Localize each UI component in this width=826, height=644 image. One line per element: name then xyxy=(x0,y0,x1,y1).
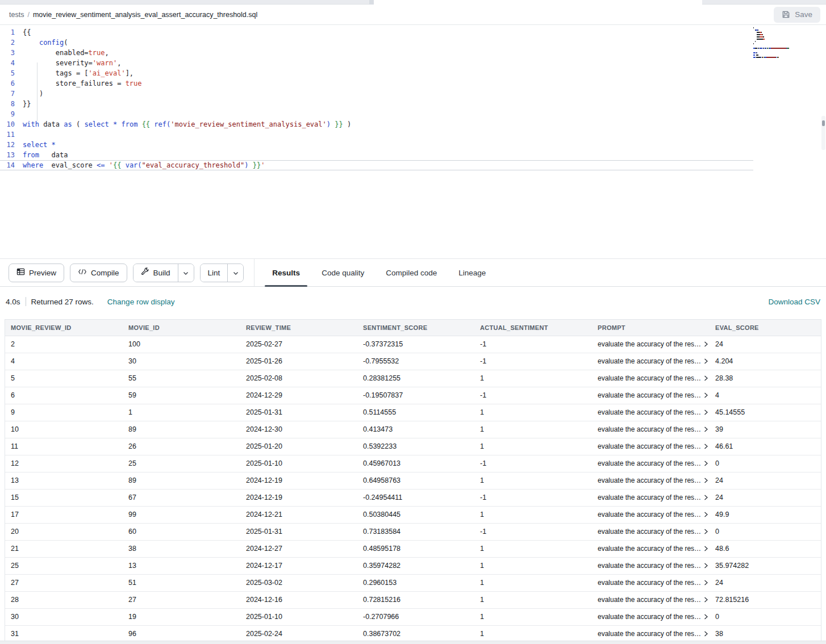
expand-cell-button[interactable] xyxy=(704,426,708,432)
expand-cell-button[interactable] xyxy=(704,444,708,449)
code-brackets-icon xyxy=(78,268,87,277)
code-line[interactable]: 11 xyxy=(0,129,753,140)
table-cell: 1 xyxy=(474,625,592,641)
column-header: SENTIMENT_SCORE xyxy=(357,320,474,336)
expand-cell-button[interactable] xyxy=(704,563,708,568)
window-tab-segment[interactable] xyxy=(702,0,826,5)
code-lines: 1{{2 config(3 enabled=true,4 severity='w… xyxy=(0,27,753,170)
column-header: EVAL_SCORE xyxy=(710,320,821,336)
code-line[interactable]: 5 tags = ['ai_eval'], xyxy=(0,68,753,78)
expand-cell-button[interactable] xyxy=(704,529,708,534)
save-button[interactable]: Save xyxy=(774,7,820,23)
horizontal-scrollbar[interactable] xyxy=(0,641,826,644)
expand-cell-button[interactable] xyxy=(704,580,708,586)
breadcrumb-folder[interactable]: tests xyxy=(9,11,24,19)
preview-button[interactable]: Preview xyxy=(9,264,64,282)
code-line[interactable]: 8}} xyxy=(0,99,753,109)
code-text: config( xyxy=(23,37,753,48)
tab-compiled-code[interactable]: Compiled code xyxy=(384,259,439,286)
expand-cell-button[interactable] xyxy=(704,478,708,483)
code-text: enabled=true, xyxy=(23,48,753,58)
preview-label: Preview xyxy=(29,269,56,277)
line-number: 8 xyxy=(0,99,23,109)
table-cell: 2024-12-16 xyxy=(240,591,357,608)
minimap-line xyxy=(753,32,820,33)
prompt-cell: evaluate the accuracy of the res… xyxy=(592,455,710,472)
table-cell: 0.48595178 xyxy=(357,540,474,557)
table-cell: -1 xyxy=(474,523,592,540)
prompt-preview-text: evaluate the accuracy of the res… xyxy=(598,579,701,587)
table-cell: 17 xyxy=(5,506,123,523)
code-line[interactable]: 14where eval_score <= '{{ var("eval_accu… xyxy=(0,160,753,170)
code-line[interactable]: 4 severity='warn', xyxy=(0,58,753,68)
prompt-cell: evaluate the accuracy of the res… xyxy=(592,506,710,523)
line-number: 13 xyxy=(0,150,23,160)
breadcrumb: tests / movie_review_sentiment_analysis_… xyxy=(9,11,257,19)
code-line[interactable]: 10with data as ( select * from {{ ref('m… xyxy=(0,119,753,129)
code-line[interactable]: 3 enabled=true, xyxy=(0,48,753,58)
results-table: MOVIE_REVIEW_IDMOVIE_IDREVIEW_TIMESENTIM… xyxy=(5,320,821,641)
tab-lineage[interactable]: Lineage xyxy=(457,259,487,286)
download-csv-link[interactable]: Download CSV xyxy=(768,298,820,306)
editor-scrollbar-thumb[interactable] xyxy=(822,120,825,126)
change-row-display-link[interactable]: Change row display xyxy=(107,298,175,306)
table-row: 6592024-12-29-0.19507837-1evaluate the a… xyxy=(5,387,821,404)
lint-button[interactable]: Lint xyxy=(201,264,228,282)
table-cell: 1 xyxy=(123,404,240,421)
table-cell: 60 xyxy=(123,523,240,540)
table-cell: 24 xyxy=(710,574,821,591)
editor-minimap[interactable] xyxy=(753,27,820,59)
query-duration: 4.0s xyxy=(6,298,20,306)
prompt-preview-text: evaluate the accuracy of the res… xyxy=(598,596,701,604)
table-cell: 24 xyxy=(710,472,821,489)
code-line[interactable]: 12select * xyxy=(0,140,753,150)
expand-cell-button[interactable] xyxy=(704,614,708,620)
code-line[interactable]: 7 ) xyxy=(0,89,753,99)
table-row: 10892024-12-300.4134731evaluate the accu… xyxy=(5,421,821,438)
table-cell: 13 xyxy=(123,557,240,574)
table-row: 11262025-01-200.53922331evaluate the acc… xyxy=(5,438,821,455)
expand-cell-button[interactable] xyxy=(704,495,708,500)
build-dropdown-button[interactable] xyxy=(178,264,194,282)
table-cell: 27 xyxy=(123,591,240,608)
code-line[interactable]: 9 xyxy=(0,109,753,119)
expand-cell-button[interactable] xyxy=(704,375,708,381)
table-cell: 4.204 xyxy=(710,353,821,370)
code-text: with data as ( select * from {{ ref('mov… xyxy=(23,119,753,129)
expand-cell-button[interactable] xyxy=(704,409,708,415)
results-tabs: Results Code quality Compiled code Linea… xyxy=(270,259,487,286)
table-cell: 2025-01-10 xyxy=(240,455,357,472)
code-text: where eval_score <= '{{ var("eval_accura… xyxy=(23,160,753,170)
minimap-line xyxy=(753,50,820,51)
table-cell: 26 xyxy=(123,438,240,455)
window-tab-segment[interactable] xyxy=(0,0,373,5)
table-cell: 4 xyxy=(5,353,123,370)
tab-results[interactable]: Results xyxy=(270,259,302,286)
row-count-text: Returned 27 rows. xyxy=(31,298,94,306)
expand-cell-button[interactable] xyxy=(704,392,708,398)
prompt-preview-text: evaluate the accuracy of the res… xyxy=(598,374,701,382)
code-line[interactable]: 2 config( xyxy=(0,37,753,48)
code-line[interactable]: 1{{ xyxy=(0,27,753,37)
expand-cell-button[interactable] xyxy=(704,631,708,637)
tab-code-quality[interactable]: Code quality xyxy=(320,259,366,286)
prompt-preview-text: evaluate the accuracy of the res… xyxy=(598,476,701,484)
expand-cell-button[interactable] xyxy=(704,597,708,603)
build-button[interactable]: Build xyxy=(134,264,178,282)
code-line[interactable]: 13from data xyxy=(0,150,753,160)
lint-dropdown-button[interactable] xyxy=(227,264,243,282)
expand-cell-button[interactable] xyxy=(704,358,708,364)
chevron-right-icon xyxy=(704,631,708,637)
expand-cell-button[interactable] xyxy=(704,512,708,517)
expand-cell-button[interactable] xyxy=(704,546,708,551)
expand-cell-button[interactable] xyxy=(704,341,708,347)
prompt-preview-text: evaluate the accuracy of the res… xyxy=(598,630,701,638)
column-header: MOVIE_REVIEW_ID xyxy=(5,320,123,336)
expand-cell-button[interactable] xyxy=(704,461,708,466)
compile-button[interactable]: Compile xyxy=(70,264,127,282)
chevron-right-icon xyxy=(704,546,708,551)
prompt-preview-text: evaluate the accuracy of the res… xyxy=(598,408,701,416)
code-line[interactable]: 6 store_failures = true xyxy=(0,78,753,89)
code-editor[interactable]: 1{{2 config(3 enabled=true,4 severity='w… xyxy=(0,25,826,258)
table-cell: 5 xyxy=(5,370,123,387)
